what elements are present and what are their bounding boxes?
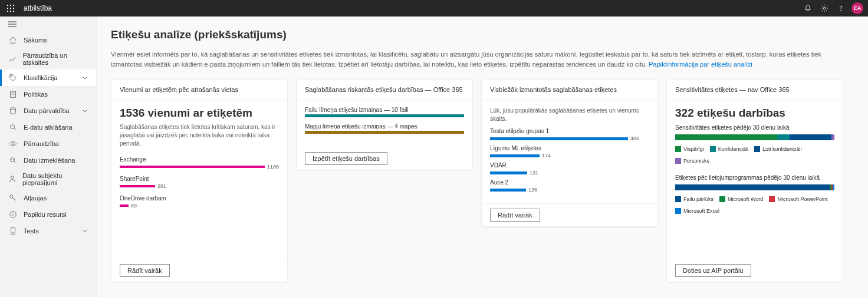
sidebar: Sākums Pārraudzība un atskaites Klasifik…	[0, 16, 97, 297]
bar-label: Auce 2	[490, 179, 649, 186]
bar-label: Testa etiķešu grupas 1	[490, 128, 649, 134]
sidebar-item-label: Klasifikācija	[24, 74, 57, 81]
svg-point-19	[11, 125, 15, 129]
sidebar-item-info[interactable]: Papildu resursi	[0, 206, 96, 223]
bar-fill	[490, 154, 540, 157]
card-top-labels: Visbiežāk izmantotās saglabāšanas etiķet…	[481, 80, 658, 227]
key-icon	[8, 193, 18, 203]
notifications-icon[interactable]	[800, 0, 816, 16]
legend-item: Microsoft Excel	[675, 208, 719, 214]
bar-row: Testa etiķešu grupas 1 485	[490, 128, 649, 141]
bar-label: OneDrive darbam	[120, 195, 279, 202]
learn-more-link[interactable]: Papildinformācija par etiķešu analīzi	[649, 61, 752, 68]
svg-rect-5	[13, 8, 14, 9]
bar-value: 126	[528, 187, 537, 193]
sidebar-item-chart[interactable]: Pārraudzība un atskaites	[0, 48, 96, 70]
sidebar-item-policy[interactable]: Politikas	[0, 86, 96, 103]
svg-rect-8	[13, 11, 14, 12]
sidebar-item-tag[interactable]: Klasifikācija	[0, 70, 96, 86]
legend-label: Failu pārlūks	[683, 196, 714, 202]
card-description: Lūk, jūsu populārākās saglabāšanas etiķe…	[490, 107, 649, 123]
sidebar-item-label: Datu subjektu pieprasījumi	[22, 172, 88, 186]
legend-item: Ļoti konfidenciāli	[754, 146, 802, 152]
sidebar-item-data[interactable]: Datu pārvaldība	[0, 103, 96, 119]
sidebar-item-label: Politikas	[24, 91, 48, 98]
card-items-by-location: Vienumi ar etiķetēm pēc atrašanās vietas…	[111, 80, 288, 282]
legend-label: Ļoti konfidenciāli	[762, 146, 802, 152]
stack-segment	[675, 134, 777, 140]
test-icon	[8, 226, 18, 236]
sidebar-item-test[interactable]: Tests	[0, 223, 96, 239]
bar-fill	[490, 189, 526, 192]
sidebar-item-investigate[interactable]: Datu izmeklēšana	[0, 152, 96, 169]
app-launcher-icon[interactable]	[5, 2, 17, 14]
bar-value: 174	[542, 153, 551, 159]
sidebar-item-label: Pārraudzība un atskaites	[23, 52, 88, 66]
eye-icon	[8, 139, 18, 148]
bar-label: VDAR	[490, 162, 649, 169]
sidebar-item-label: Tests	[24, 227, 39, 235]
svg-rect-1	[10, 5, 11, 6]
section-label: Etiķetes pēc lietojumprogrammas pēdējo 3…	[675, 174, 834, 181]
bar-value: 131	[530, 170, 538, 176]
sidebar-item-label: E-datu atklāšana	[24, 124, 73, 131]
show-more-button[interactable]: Rādīt vairāk	[120, 264, 170, 277]
bar-row: VDAR 131	[490, 162, 649, 176]
sidebar-item-key[interactable]: Atļaujas	[0, 190, 96, 206]
show-more-button[interactable]: Rādīt vairāk	[490, 209, 540, 222]
stack-segment	[675, 184, 830, 190]
settings-icon[interactable]	[816, 0, 833, 16]
svg-rect-4	[10, 8, 11, 9]
user-avatar[interactable]: EA	[851, 2, 863, 14]
chart-icon	[8, 54, 17, 64]
stack-segment	[831, 134, 834, 140]
legend-swatch	[675, 196, 681, 202]
legend-swatch	[675, 146, 681, 152]
legend-swatch	[675, 208, 681, 214]
card-title: Sensitivitātes etiķetes — nav Office 365	[667, 80, 843, 100]
help-icon[interactable]	[833, 0, 849, 16]
bar-fill	[120, 185, 155, 187]
sidebar-item-label: Atļaujas	[24, 194, 47, 202]
bar-fill	[120, 166, 265, 168]
card-title: Vienumi ar etiķetēm pēc atrašanās vietas	[111, 80, 287, 100]
legend-label: Vispārīgi	[683, 146, 704, 152]
bar-row: Līgumu ML etiķetes 174	[490, 145, 649, 159]
legend-swatch	[710, 146, 716, 152]
legend-label: Konfidenciāli	[718, 146, 748, 152]
sidebar-item-label: Pārraudzība	[24, 140, 59, 147]
sidebar-item-person[interactable]: Datu subjektu pieprasījumi	[0, 169, 96, 190]
nav-toggle-icon[interactable]	[0, 16, 96, 32]
card-big-number: 1536 vienumi ar etiķetēm	[120, 107, 279, 120]
bar-label: Mapju līmeņa etiķešu izmaiņas — 4 mapes	[305, 123, 464, 130]
go-to-aip-button[interactable]: Doties uz AIP portālu	[675, 264, 751, 277]
legend-item: Failu pārlūks	[675, 196, 714, 202]
svg-point-29	[13, 213, 14, 213]
card-risky-actions: Saglabāšanas riskantās etiķešu darbības …	[296, 80, 473, 170]
stacked-bar-chart	[675, 184, 834, 190]
sidebar-item-eye[interactable]: Pārraudzība	[0, 136, 96, 152]
legend-label: Microsoft PowerPoint	[777, 196, 827, 202]
bar-row: OneDrive darbam 69	[120, 195, 279, 209]
bar-value: 281	[157, 183, 166, 189]
info-icon	[8, 210, 18, 219]
legend-item: Microsoft PowerPoint	[769, 196, 827, 202]
legend-label: Microsoft Excel	[683, 208, 719, 214]
section-label: Sensitivitātes etiķetes pēdējo 30 dienu …	[675, 124, 834, 131]
chevron-down-icon	[82, 75, 88, 81]
page-description: Vienmēr esiet informēts par to, kā sagla…	[111, 50, 854, 69]
stack-segment	[777, 134, 790, 140]
bar-row: Auce 2 126	[490, 179, 649, 193]
bar-row: Exchange 1186	[120, 156, 279, 170]
legend-swatch	[719, 196, 725, 202]
sidebar-item-home[interactable]: Sākums	[0, 32, 96, 48]
svg-line-20	[14, 128, 17, 131]
svg-point-9	[823, 7, 826, 9]
svg-point-14	[11, 76, 12, 77]
sidebar-item-ediscovery[interactable]: E-datu atklāšana	[0, 119, 96, 136]
explore-actions-button[interactable]: Izpētīt etiķešu darbības	[305, 152, 387, 165]
svg-rect-2	[13, 5, 14, 6]
card-title: Saglabāšanas riskantās etiķešu darbības …	[297, 80, 472, 100]
chevron-down-icon	[82, 108, 88, 114]
home-icon	[8, 35, 18, 45]
